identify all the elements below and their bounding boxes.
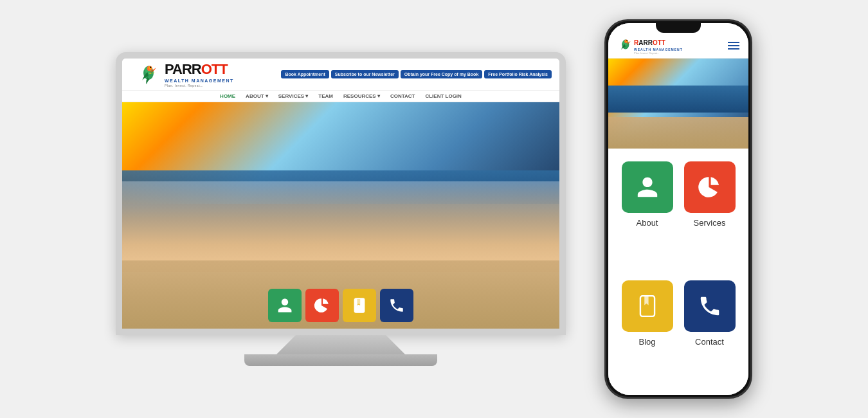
phone-services-btn[interactable] [684,161,736,213]
obtain-book-btn[interactable]: Obtain your Free Copy of my Book [401,70,483,78]
menu-bar-1 [728,42,739,43]
site-header: PARROTT WEALTH MANAGEMENT Plan. Invest. … [122,59,559,91]
logo-ott: OTT [201,61,228,77]
free-portfolio-btn[interactable]: Free Portfolio Risk Analysis [484,70,552,78]
logo-tagline: Plan. Invest. Repeat... [165,84,234,87]
phone-hero-sea [608,86,748,113]
phone-icon [388,297,405,314]
logo-parr: PARR [165,61,201,77]
logo-subtitle: WEALTH MANAGEMENT [165,78,234,84]
services-icon-btn[interactable] [305,289,339,322]
phone-notch [656,21,701,33]
phone-about-item: About [621,161,673,270]
hero-icon-buttons [268,289,413,322]
svg-point-4 [150,66,151,68]
phone-logo: RARROTT WEALTH MANAGEMENT Plan. Invest. … [615,36,683,55]
nav-team[interactable]: TEAM [318,93,333,99]
phone-blog-item: Blog [621,280,673,389]
phone-about-label: About [637,218,658,228]
phone-parrot-icon [615,37,633,55]
phone-screen: RARROTT WEALTH MANAGEMENT Plan. Invest. … [608,23,748,395]
menu-bar-2 [728,45,739,46]
phone-contact-btn[interactable] [684,280,736,332]
phone-about-btn[interactable] [622,161,673,213]
desktop-mockup: PARROTT WEALTH MANAGEMENT Plan. Invest. … [116,52,566,366]
phone-book-icon [635,294,660,318]
nav-services[interactable]: SERVICES ▾ [278,93,309,99]
hero-image [122,102,559,329]
phone-icon-grid: About Services [608,149,748,395]
phone-hamburger-icon[interactable] [725,39,742,52]
svg-point-11 [626,40,628,41]
nav-resources[interactable]: RESOURCES ▾ [343,93,380,99]
parrot-logo-icon [130,62,162,87]
subscribe-btn[interactable]: Subscribe to our Newsletter [331,70,399,78]
phone-hero-sand [608,117,748,149]
about-icon-btn[interactable] [268,289,302,322]
hero-waves [122,181,559,272]
phone-frame: RARROTT WEALTH MANAGEMENT Plan. Invest. … [604,19,752,399]
monitor-stand [276,335,405,354]
phone-blog-label: Blog [638,337,655,347]
monitor-base [244,354,437,366]
book-icon [351,297,368,314]
person-icon [276,297,293,314]
phone-contact-label: Contact [695,337,724,347]
site-nav: HOME ABOUT ▾ SERVICES ▾ TEAM RESOURCES ▾… [122,91,559,102]
phone-person-icon [635,175,660,199]
nav-about[interactable]: ABOUT ▾ [246,93,268,99]
phone-blog-btn[interactable] [622,280,673,332]
menu-bar-3 [728,48,739,50]
phone-services-label: Services [694,218,726,228]
contact-icon-btn[interactable] [380,289,413,322]
phone-services-item: Services [683,161,736,270]
phone-hero [608,59,748,149]
phone-contact-item: Contact [683,280,736,389]
monitor-frame: PARROTT WEALTH MANAGEMENT Plan. Invest. … [116,52,566,335]
book-appointment-btn[interactable]: Book Appointment [281,70,329,78]
site-logo: PARROTT WEALTH MANAGEMENT Plan. Invest. … [130,61,234,87]
nav-home[interactable]: HOME [220,93,235,99]
blog-icon-btn[interactable] [343,289,376,322]
mobile-mockup: RARROTT WEALTH MANAGEMENT Plan. Invest. … [604,19,752,399]
phone-pie-icon [698,175,722,199]
phone-phone-icon [698,294,722,318]
nav-client-login[interactable]: CLIENT LOGIN [425,93,461,99]
pie-chart-icon [314,297,330,314]
header-buttons: Book Appointment Subscribe to our Newsle… [281,70,552,78]
monitor-screen: PARROTT WEALTH MANAGEMENT Plan. Invest. … [122,59,559,329]
nav-contact[interactable]: CONTACT [390,93,415,99]
